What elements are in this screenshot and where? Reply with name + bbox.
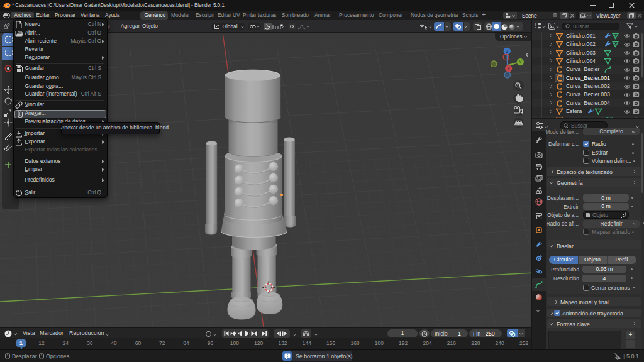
svg-text:Y: Y [519,60,522,64]
svg-text:Z: Z [506,49,508,53]
svg-text:X: X [508,67,511,71]
